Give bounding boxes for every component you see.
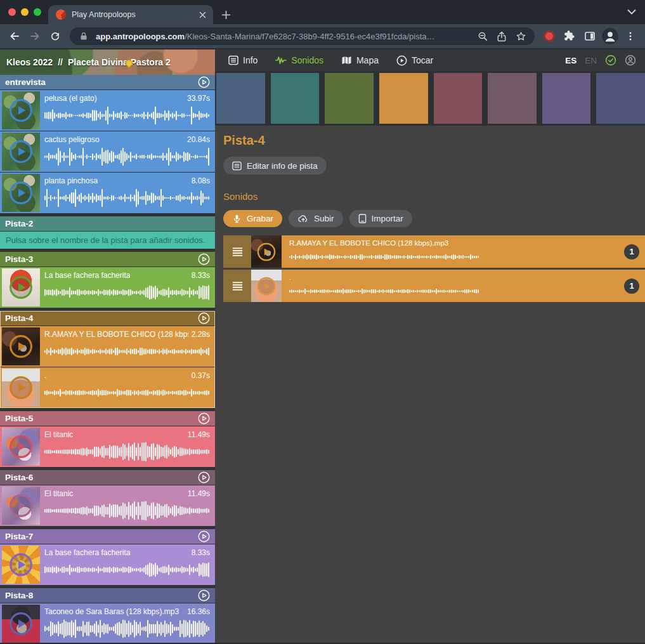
tab-search-chevron-icon[interactable]: [627, 8, 636, 19]
play-icon[interactable]: [2, 487, 40, 525]
play-icon[interactable]: [2, 91, 40, 129]
tab-info[interactable]: Info: [228, 55, 257, 65]
track-color-swatch[interactable]: [596, 73, 645, 124]
play-icon[interactable]: [2, 268, 40, 306]
zoom-out-icon[interactable]: [476, 29, 490, 43]
tab-sonidos[interactable]: Sonidos: [275, 55, 323, 65]
url-bar[interactable]: app.antropoloops.com/Kleos-Santa-Marina/…: [70, 27, 535, 45]
play-icon[interactable]: [2, 133, 40, 171]
track-header[interactable]: Pista-3: [0, 252, 215, 266]
back-button[interactable]: [5, 27, 24, 46]
clip-thumbnail[interactable]: [2, 174, 40, 212]
track-play-button[interactable]: [198, 76, 210, 88]
record-button[interactable]: Grabar: [223, 210, 282, 227]
play-icon[interactable]: [2, 605, 40, 643]
upload-button[interactable]: Subir: [289, 210, 343, 227]
track-play-button[interactable]: [198, 530, 210, 542]
track-header[interactable]: Pista-6: [0, 470, 215, 485]
sound-row-body[interactable]: .1: [282, 270, 645, 302]
clip-duration: 8.33s: [192, 272, 210, 280]
lock-icon: [77, 29, 91, 43]
sound-thumbnail[interactable]: [251, 235, 282, 268]
browser-tab[interactable]: Play Antropoloops: [48, 5, 213, 24]
track-play-button[interactable]: [198, 412, 210, 424]
track-header[interactable]: entrevista: [0, 75, 215, 89]
clip-row[interactable]: .0.37s: [0, 367, 215, 408]
clip-thumbnail[interactable]: [2, 487, 40, 525]
side-panel-icon[interactable]: [580, 27, 599, 46]
sound-row-body[interactable]: R.AMAYA Y EL BOBOTE CHICO (128 kbps).mp3…: [282, 235, 645, 268]
drag-handle[interactable]: [223, 270, 251, 302]
track-color-swatch[interactable]: [488, 73, 537, 124]
browser-menu-icon[interactable]: [621, 27, 640, 46]
clip-row[interactable]: La base fachera facherita8.33s: [0, 544, 215, 585]
profile-avatar[interactable]: [601, 27, 620, 46]
clip-row[interactable]: La base fachera facherita8.33s: [0, 267, 215, 308]
clip-thumbnail[interactable]: [2, 605, 40, 643]
play-icon[interactable]: [251, 235, 282, 268]
track-color-swatch[interactable]: [271, 73, 320, 124]
share-icon[interactable]: [495, 29, 509, 43]
play-icon[interactable]: [2, 546, 40, 584]
reload-button[interactable]: [46, 27, 65, 46]
breadcrumb-project[interactable]: Kleos 2022: [6, 57, 53, 67]
clip-row[interactable]: cactus peligroso20.84s: [0, 131, 215, 172]
tab-close-icon[interactable]: [197, 9, 208, 20]
clip-row[interactable]: Taconeo de Sara Baras (128 kbps).mp316.3…: [0, 603, 215, 643]
clip-thumbnail[interactable]: [2, 428, 40, 466]
fullscreen-window-button[interactable]: [34, 8, 41, 16]
track-header[interactable]: Pista-2: [0, 216, 215, 231]
clip-row[interactable]: El titanic11.49s: [0, 485, 215, 526]
close-window-button[interactable]: [8, 8, 16, 16]
bookmark-star-icon[interactable]: [514, 29, 528, 43]
track-color-swatch[interactable]: [434, 73, 483, 124]
clip-row[interactable]: R.AMAYA Y EL BOBOTE CHICO (128 kbps)....…: [0, 326, 215, 367]
track-color-swatch-selected[interactable]: [379, 73, 428, 124]
clip-thumbnail[interactable]: [2, 133, 40, 171]
track-header[interactable]: Pista-4: [0, 311, 215, 325]
track-play-button[interactable]: [198, 312, 210, 324]
forward-button[interactable]: [25, 27, 44, 46]
edit-track-info-button[interactable]: Editar info de pista: [223, 157, 327, 174]
track-color-swatch[interactable]: [216, 73, 265, 124]
sound-thumbnail[interactable]: [251, 270, 282, 302]
drag-handle[interactable]: [223, 235, 251, 268]
lang-es-button[interactable]: ES: [565, 56, 577, 65]
tab-mapa[interactable]: Mapa: [341, 55, 379, 65]
clip-duration: 11.49s: [188, 431, 210, 440]
clip-row[interactable]: planta pinchosa8.08s: [0, 173, 215, 213]
clip-thumbnail[interactable]: [2, 268, 40, 306]
clip-thumbnail[interactable]: [2, 327, 40, 365]
track-play-button[interactable]: [198, 471, 210, 483]
track-play-button[interactable]: [198, 589, 210, 601]
record-indicator-icon[interactable]: [540, 27, 559, 46]
account-icon[interactable]: [625, 55, 636, 66]
play-icon[interactable]: [251, 270, 282, 302]
clip-row[interactable]: El titanic11.49s: [0, 426, 215, 467]
track-color-swatch[interactable]: [325, 73, 374, 124]
track-color-swatch[interactable]: [542, 73, 591, 124]
new-tab-button[interactable]: [217, 6, 235, 23]
play-icon[interactable]: [2, 174, 40, 212]
play-icon[interactable]: [2, 428, 40, 466]
play-icon[interactable]: [2, 327, 40, 365]
track-header[interactable]: Pista-7: [0, 529, 215, 544]
project-breadcrumb[interactable]: Kleos 2022 // Placeta Divina Pastora 2: [0, 49, 215, 75]
clip-row[interactable]: pelusa (el gato)33.97s: [0, 90, 215, 131]
track-header[interactable]: Pista-8: [0, 588, 215, 603]
lang-en-button[interactable]: EN: [585, 56, 597, 65]
sidebar-track-section: entrevistapelusa (el gato)33.97scactus p…: [0, 75, 215, 213]
clip-thumbnail[interactable]: [2, 369, 40, 407]
minimize-window-button[interactable]: [21, 8, 29, 16]
url-path: /Kleos-Santa-Marina/f7e628c7-38b9-4ff2-9…: [185, 32, 434, 41]
clip-thumbnail[interactable]: [2, 546, 40, 584]
play-icon[interactable]: [2, 369, 40, 407]
clip-thumbnail[interactable]: [2, 91, 40, 129]
import-button[interactable]: Importar: [349, 210, 412, 227]
waveform-icon: [275, 55, 287, 65]
track-header[interactable]: Pista-5: [0, 411, 215, 426]
track-play-button[interactable]: [198, 253, 210, 265]
clip-body: El titanic11.49s: [40, 426, 215, 467]
tab-tocar[interactable]: Tocar: [396, 55, 433, 66]
extensions-puzzle-icon[interactable]: [560, 27, 579, 46]
